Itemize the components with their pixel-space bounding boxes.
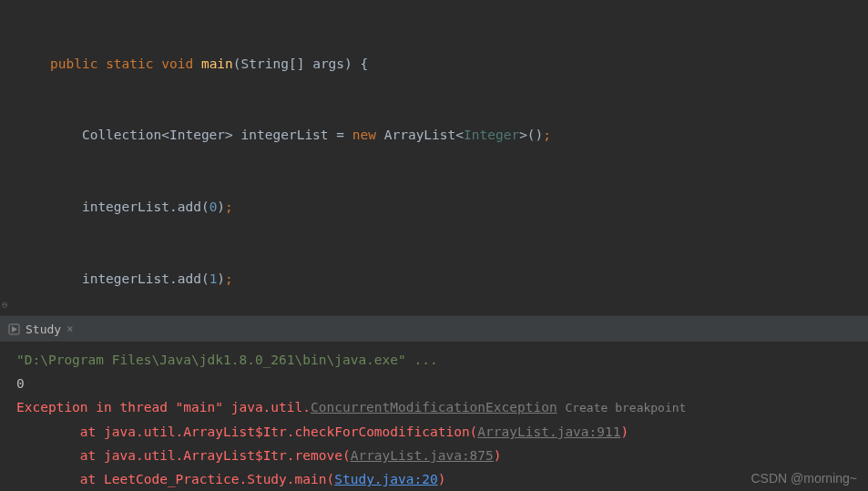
code-content: public static void main(String[] args) {… (0, 0, 868, 315)
code-line[interactable]: Collection<Integer> integerList = new Ar… (0, 123, 868, 147)
create-breakpoint-link[interactable]: Create breakpoint (565, 401, 686, 414)
close-icon[interactable]: × (66, 322, 73, 335)
console-line: 0 (16, 372, 868, 395)
stack-link[interactable]: ArrayList.java:911 (477, 425, 620, 439)
code-line[interactable]: integerList.add(0); (0, 195, 868, 219)
console-exception-line: Exception in thread "main" java.util.Con… (16, 395, 868, 420)
console-line: "D:\Program Files\Java\jdk1.8.0_261\bin\… (16, 348, 868, 372)
stack-link[interactable]: ArrayList.java:875 (351, 448, 494, 463)
exception-link[interactable]: ConcurrentModificationException (311, 400, 557, 414)
run-icon (7, 322, 20, 335)
watermark: CSDN @morning~ (751, 471, 857, 486)
code-line[interactable]: public static void main(String[] args) { (0, 52, 868, 76)
tab-study[interactable]: Study × (0, 316, 80, 342)
stack-link[interactable]: Study.java:20 (334, 472, 438, 486)
console-output[interactable]: "D:\Program Files\Java\jdk1.8.0_261\bin\… (0, 343, 868, 491)
console-stack-line: at LeetCode_Practice.Study.main(Study.ja… (16, 467, 868, 491)
console-stack-line: at java.util.ArrayList$Itr.checkForComod… (16, 420, 868, 444)
console-tab-bar: Study × (0, 315, 868, 343)
fold-indicator[interactable]: ⊖ (2, 299, 8, 311)
code-editor[interactable]: public static void main(String[] args) {… (0, 0, 868, 315)
tab-label: Study (26, 322, 61, 336)
console-stack-line: at java.util.ArrayList$Itr.remove(ArrayL… (16, 444, 868, 467)
code-line[interactable]: integerList.add(1); (0, 267, 868, 291)
